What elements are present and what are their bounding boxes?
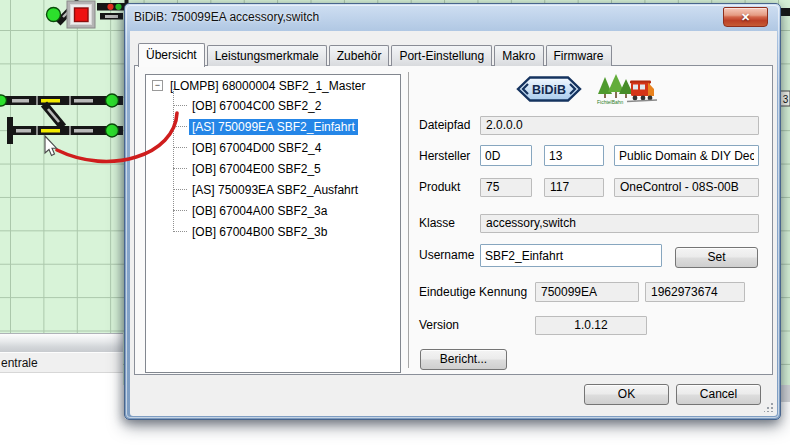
set-button[interactable]: Set	[675, 247, 758, 268]
tab-makro[interactable]: Makro	[494, 45, 543, 66]
produkt-name-field: OneControl - 08S-00B	[614, 178, 759, 197]
tree-node[interactable]: [OB] 67004B00 SBF2_3b	[146, 221, 400, 242]
hersteller-label: Hersteller	[419, 147, 470, 166]
kennung-uid-field: 750099EA	[535, 282, 639, 302]
dateipfad-label: Dateipfad	[419, 116, 470, 135]
ruler-label-box: 3	[781, 91, 790, 106]
bidib-properties-dialog: BiDiB: 750099EA accessory,switch ✕ Übers…	[124, 3, 781, 420]
panel-separator	[408, 72, 409, 368]
tree-node-label: [OB] 67004B00 SBF2_3b	[189, 224, 330, 240]
tab-strip: Übersicht Leistungsmerkmale Zubehör Port…	[138, 42, 614, 66]
tree-node-label: [OB] 67004E00 SBF2_5	[189, 161, 324, 177]
kennung-serial-field: 1962973674	[645, 282, 745, 302]
occupied-track-segment[interactable]	[41, 99, 60, 103]
tree-node-label: [AS] 750093EA SBF2_Ausfahrt	[189, 182, 361, 198]
horizontal-scrollbar[interactable]	[0, 333, 123, 352]
username-input[interactable]	[480, 244, 662, 267]
tree-expander-icon[interactable]: −	[152, 80, 163, 91]
resize-grip[interactable]	[764, 403, 773, 412]
username-label: Username	[419, 246, 474, 265]
hersteller-name-input[interactable]	[614, 145, 759, 166]
tree-node-label: [LOMPB] 68000004 SBF2_1_Master	[167, 78, 368, 94]
produkt-dec-field: 117	[544, 178, 604, 197]
track-fragment-right	[781, 8, 790, 16]
hersteller-hex-input[interactable]	[480, 145, 532, 166]
tab-leistungsmerkmale[interactable]: Leistungsmerkmale	[207, 45, 327, 66]
dateipfad-field: 2.0.0.0	[480, 116, 759, 135]
svg-text:BiDiB: BiDiB	[532, 83, 566, 97]
tree-node[interactable]: [AS] 750093EA SBF2_Ausfahrt	[146, 179, 400, 200]
tab-page-uebersicht: − [LOMPB] 68000004 SBF2_1_Master [OB] 67…	[134, 65, 773, 375]
tree-node[interactable]: [OB] 67004C00 SBF2_2	[146, 95, 400, 116]
produkt-hex-field: 75	[480, 178, 532, 197]
fichtelbahn-logo: FichtelBahn	[592, 72, 658, 106]
turnout-diagonal[interactable]	[44, 104, 63, 127]
tree-node-master[interactable]: − [LOMPB] 68000004 SBF2_1_Master	[146, 76, 400, 95]
track-row-upper[interactable]	[0, 96, 123, 105]
tab-zubehoer[interactable]: Zubehör	[329, 45, 390, 66]
dialog-client-area: Übersicht Leistungsmerkmale Zubehör Port…	[130, 31, 777, 416]
tab-port-einstellung[interactable]: Port-Einstellung	[391, 45, 492, 66]
occupancy-indicator[interactable]	[106, 124, 119, 137]
cancel-button[interactable]: Cancel	[676, 384, 761, 405]
tree-node[interactable]: [OB] 67004E00 SBF2_5	[146, 158, 400, 179]
occupancy-indicator[interactable]	[0, 95, 7, 106]
hersteller-dec-input[interactable]	[544, 145, 604, 166]
occupied-track-segment[interactable]	[41, 129, 60, 133]
close-icon: ✕	[741, 11, 750, 23]
klasse-label: Klasse	[419, 214, 455, 233]
tree-node-label: [OB] 67004A00 SBF2_3a	[189, 203, 330, 219]
klasse-field: accessory,switch	[480, 214, 759, 233]
title-bar[interactable]: BiDiB: 750099EA accessory,switch	[125, 4, 720, 30]
stop-button[interactable]	[67, 1, 95, 28]
panel-caption-label: entrale	[1, 356, 38, 370]
tree-node-selected[interactable]: [AS] 750099EA SBF2_Einfahrt	[146, 116, 400, 137]
dialog-title: BiDiB: 750099EA accessory,switch	[134, 10, 319, 24]
occupancy-indicator[interactable]	[47, 8, 61, 22]
tree-connector-line	[173, 89, 174, 232]
bidib-logo: BiDiB	[515, 75, 583, 103]
bericht-button[interactable]: Bericht...	[420, 349, 507, 370]
tab-uebersicht[interactable]: Übersicht	[138, 43, 205, 67]
tab-firmware[interactable]: Firmware	[546, 45, 612, 66]
kennung-label: Eindeutige Kennung	[419, 283, 527, 302]
tree-node[interactable]: [OB] 67004D00 SBF2_4	[146, 137, 400, 158]
panel-caption-tab[interactable]: entrale	[0, 352, 123, 373]
window-edge	[781, 385, 790, 402]
ok-button[interactable]: OK	[584, 384, 669, 405]
tree-node-label: [OB] 67004C00 SBF2_2	[189, 98, 324, 114]
app-background	[0, 373, 123, 445]
svg-text:3: 3	[783, 94, 789, 105]
close-button[interactable]: ✕	[723, 7, 768, 27]
device-tree[interactable]: − [LOMPB] 68000004 SBF2_1_Master [OB] 67…	[145, 74, 401, 373]
tree-node-label: [AS] 750099EA SBF2_Einfahrt	[189, 119, 358, 135]
produkt-label: Produkt	[419, 178, 460, 197]
tree-node[interactable]: [OB] 67004A00 SBF2_3a	[146, 200, 400, 221]
version-field: 1.0.12	[535, 316, 647, 335]
tree-node-label: [OB] 67004D00 SBF2_4	[189, 140, 324, 156]
version-label: Version	[419, 316, 459, 335]
occupancy-indicator[interactable]	[106, 94, 119, 107]
svg-text:FichtelBahn: FichtelBahn	[597, 99, 624, 105]
